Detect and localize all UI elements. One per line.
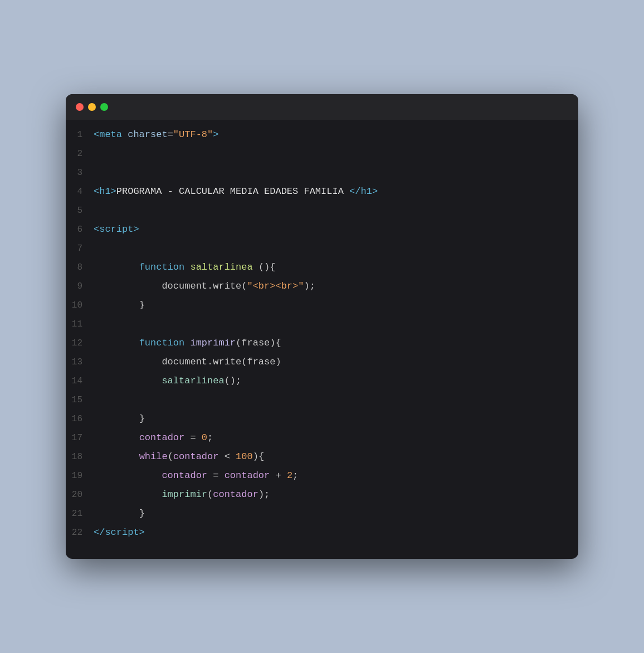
line-5: 5 — [66, 201, 578, 220]
line-number: 16 — [66, 411, 94, 427]
line-12: 12 function imprimir(frase){ — [66, 334, 578, 353]
line-content — [94, 392, 99, 408]
line-content: } — [94, 411, 145, 427]
line-content — [94, 145, 99, 162]
line-number: 10 — [66, 297, 94, 314]
line-number: 9 — [66, 278, 94, 295]
line-22: 22 </script> — [66, 523, 578, 542]
line-17: 17 contador = 0; — [66, 428, 578, 447]
line-11: 11 — [66, 315, 578, 334]
line-number: 14 — [66, 373, 94, 389]
line-10: 10 } — [66, 296, 578, 315]
line-content: while(contador < 100){ — [94, 449, 264, 465]
line-number: 1 — [66, 126, 94, 143]
line-content: saltarlinea(); — [94, 373, 241, 389]
line-content: <h1>PROGRAMA - CALCULAR MEDIA EDADES FAM… — [94, 183, 378, 200]
line-number: 11 — [66, 316, 94, 333]
line-number: 22 — [66, 524, 94, 541]
line-content: contador = 0; — [94, 430, 213, 446]
minimize-button[interactable] — [88, 103, 96, 111]
line-3: 3 — [66, 163, 578, 182]
line-content: } — [94, 505, 145, 522]
line-number: 5 — [66, 202, 94, 219]
line-1: 1 <meta charset="UTF-8"> — [66, 125, 578, 144]
line-16: 16 } — [66, 410, 578, 428]
line-15: 15 — [66, 391, 578, 410]
line-number: 17 — [66, 430, 94, 446]
line-4: 4 <h1>PROGRAMA - CALCULAR MEDIA EDADES F… — [66, 182, 578, 201]
line-18: 18 while(contador < 100){ — [66, 447, 578, 466]
line-content: </script> — [94, 524, 145, 541]
line-content — [94, 240, 99, 257]
line-14: 14 saltarlinea(); — [66, 372, 578, 391]
line-content: function saltarlinea (){ — [94, 259, 275, 276]
line-13: 13 document.write(frase) — [66, 353, 578, 372]
line-content: document.write("<br><br>"); — [94, 278, 315, 295]
line-content: contador = contador + 2; — [94, 467, 298, 484]
line-7: 7 — [66, 239, 578, 258]
line-number: 3 — [66, 164, 94, 181]
line-content: imprimir(contador); — [94, 486, 270, 503]
line-number: 8 — [66, 259, 94, 276]
line-number: 7 — [66, 240, 94, 257]
line-6: 6 <script> — [66, 220, 578, 239]
line-number: 6 — [66, 221, 94, 238]
line-content — [94, 164, 99, 181]
line-number: 19 — [66, 467, 94, 484]
line-number: 2 — [66, 145, 94, 162]
code-window: 1 <meta charset="UTF-8"> 2 3 4 <h1>PROGR… — [66, 94, 578, 559]
line-content: <script> — [94, 221, 139, 238]
line-content — [94, 316, 99, 333]
titlebar — [66, 94, 578, 120]
line-number: 20 — [66, 486, 94, 503]
line-number: 21 — [66, 505, 94, 522]
line-content: document.write(frase) — [94, 354, 281, 371]
line-19: 19 contador = contador + 2; — [66, 466, 578, 485]
line-20: 20 imprimir(contador); — [66, 485, 578, 504]
line-number: 15 — [66, 392, 94, 408]
line-number: 4 — [66, 183, 94, 200]
line-content: <meta charset="UTF-8"> — [94, 126, 218, 143]
line-9: 9 document.write("<br><br>"); — [66, 277, 578, 296]
maximize-button[interactable] — [100, 103, 108, 111]
line-content: function imprimir(frase){ — [94, 335, 281, 352]
line-number: 12 — [66, 335, 94, 352]
code-editor: 1 <meta charset="UTF-8"> 2 3 4 <h1>PROGR… — [66, 120, 578, 559]
line-number: 18 — [66, 449, 94, 465]
line-8: 8 function saltarlinea (){ — [66, 258, 578, 277]
line-number: 13 — [66, 354, 94, 371]
line-content — [94, 202, 99, 219]
line-21: 21 } — [66, 504, 578, 523]
line-2: 2 — [66, 144, 578, 163]
close-button[interactable] — [76, 103, 84, 111]
line-content: } — [94, 297, 145, 314]
